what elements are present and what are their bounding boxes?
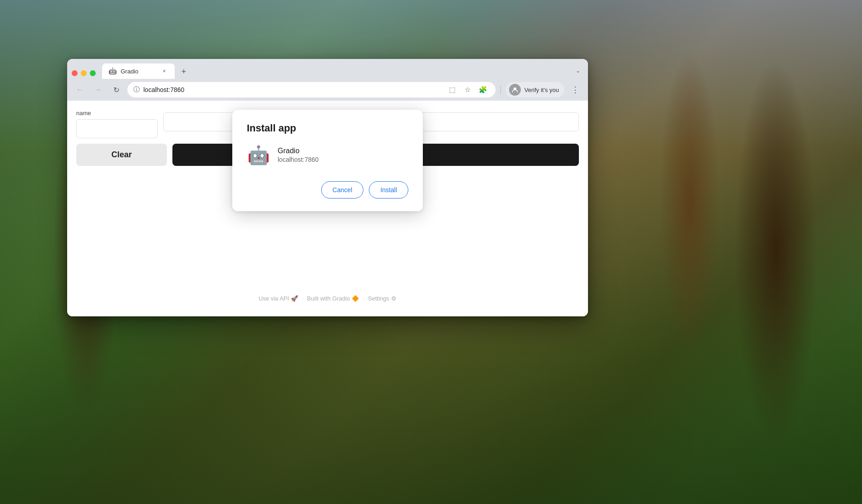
tab-favicon: 🤖 bbox=[108, 67, 117, 75]
verify-label: Verify it's you bbox=[524, 87, 559, 93]
install-dialog: Install app 🤖 Gradio localhost:7860 Canc… bbox=[232, 110, 423, 211]
tab-title: Gradio bbox=[121, 68, 157, 75]
verify-button[interactable]: Verify it's you bbox=[505, 82, 564, 97]
tab-close-button[interactable]: × bbox=[160, 67, 168, 75]
app-details: Gradio localhost:7860 bbox=[278, 147, 318, 163]
address-bar[interactable]: ⓘ ⬚ ☆ 🧩 bbox=[127, 82, 496, 98]
nav-bar: ← → ↻ ⓘ ⬚ ☆ 🧩 Ver bbox=[67, 79, 588, 101]
browser-content: name Clear Submit Install app 🤖 bbox=[67, 101, 588, 316]
extension-button[interactable]: 🧩 bbox=[477, 83, 490, 96]
cast-button[interactable]: ⬚ bbox=[446, 83, 459, 96]
tab-dropdown-button[interactable]: ⌄ bbox=[573, 65, 583, 76]
minimize-button[interactable] bbox=[81, 70, 87, 76]
app-url: localhost:7860 bbox=[278, 156, 318, 163]
new-tab-button[interactable]: + bbox=[177, 65, 190, 78]
reload-button[interactable]: ↻ bbox=[109, 82, 123, 97]
browser-chrome: 🤖 Gradio × + ⌄ ← → ↻ ⓘ ⬚ ☆ 🧩 bbox=[67, 59, 588, 101]
address-bar-icons: ⬚ ☆ 🧩 bbox=[446, 83, 490, 96]
dialog-actions: Cancel Install bbox=[247, 181, 408, 199]
forward-button[interactable]: → bbox=[91, 82, 105, 97]
active-tab[interactable]: 🤖 Gradio × bbox=[102, 63, 175, 79]
address-info-icon: ⓘ bbox=[133, 86, 140, 94]
maximize-button[interactable] bbox=[90, 70, 96, 76]
cancel-button[interactable]: Cancel bbox=[321, 181, 364, 199]
more-options-button[interactable]: ⋮ bbox=[568, 82, 583, 97]
bookmark-button[interactable]: ☆ bbox=[461, 83, 474, 96]
app-info: 🤖 Gradio localhost:7860 bbox=[247, 143, 408, 167]
window-controls bbox=[72, 70, 102, 79]
address-input[interactable] bbox=[143, 86, 442, 93]
nav-divider bbox=[500, 85, 501, 94]
tab-bar: 🤖 Gradio × + ⌄ bbox=[67, 59, 588, 79]
app-name: Gradio bbox=[278, 147, 318, 155]
back-button[interactable]: ← bbox=[73, 82, 87, 97]
verify-icon bbox=[509, 84, 521, 96]
dialog-overlay: Install app 🤖 Gradio localhost:7860 Canc… bbox=[67, 101, 588, 316]
dialog-title: Install app bbox=[247, 122, 408, 134]
install-button[interactable]: Install bbox=[369, 181, 408, 199]
browser-window: 🤖 Gradio × + ⌄ ← → ↻ ⓘ ⬚ ☆ 🧩 bbox=[67, 59, 588, 316]
close-button[interactable] bbox=[72, 70, 78, 76]
app-icon: 🤖 bbox=[247, 143, 270, 167]
